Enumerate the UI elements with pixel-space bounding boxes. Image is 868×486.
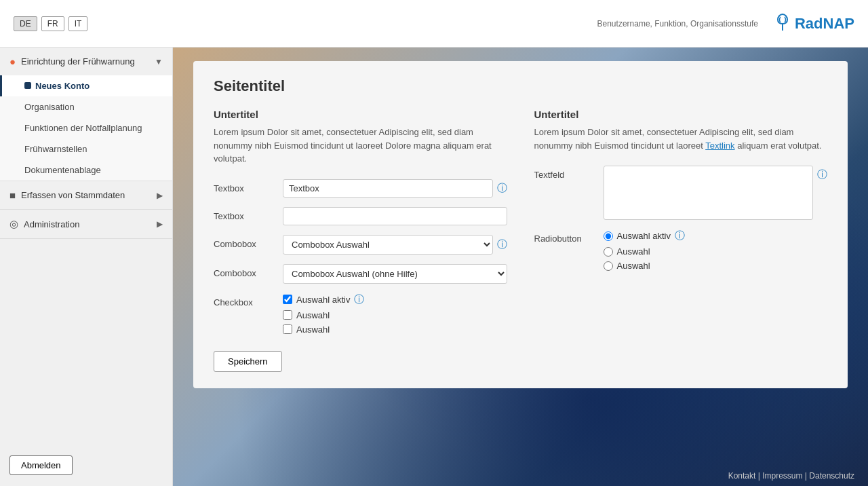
- right-subtitle: Untertitel: [534, 109, 828, 120]
- chevron-right-icon: ▶: [157, 191, 163, 200]
- checkbox-label-1: Auswahl aktiv: [296, 295, 350, 305]
- control-wrap-textfeld: ⓘ: [604, 166, 828, 220]
- logo-waves-icon: [772, 12, 793, 35]
- control-wrap-radiobutton: Auswahl aktiv ⓘ Auswahl Auswahl: [604, 229, 828, 271]
- sidebar-section-erfassen-header[interactable]: ■ Erfassen von Stammdaten ▶: [0, 181, 172, 209]
- label-combobox1: Combobox: [214, 235, 275, 249]
- footer-datenschutz-link[interactable]: Datenschutz: [809, 471, 854, 481]
- form-row-textfeld: Textfeld ⓘ: [534, 166, 828, 220]
- label-textbox1: Textbox: [214, 179, 275, 193]
- right-column: Untertitel Lorem ipsum Dolor sit amet, c…: [534, 109, 828, 372]
- header-right: Benutzername, Funktion, Organisationsstu…: [597, 12, 854, 35]
- radio-auswahl-3[interactable]: [604, 261, 613, 271]
- checkbox-group: Auswahl aktiv ⓘ Auswahl Auswahl: [283, 293, 364, 335]
- right-desc-link[interactable]: Textlink: [705, 141, 734, 151]
- radio-label-1: Auswahl aktiv: [617, 231, 671, 241]
- sidebar-item-dokumentenablage[interactable]: Dokumentenablage: [0, 160, 172, 181]
- left-column: Untertitel Lorem ipsum Dolor sit amet, c…: [214, 109, 507, 372]
- location-icon: ●: [9, 56, 16, 67]
- sidebar-item-funktionen[interactable]: Funktionen der Notfallplanung: [0, 117, 172, 138]
- control-wrap-combobox2: Combobox Auswahl (ohne Hilfe) Option 1 O…: [283, 264, 507, 284]
- info-icon-radio[interactable]: ⓘ: [675, 229, 685, 242]
- radio-group: Auswahl aktiv ⓘ Auswahl Auswahl: [604, 229, 685, 271]
- control-wrap-textbox2: [283, 207, 507, 225]
- sidebar-section-erfassen-label: Erfassen von Stammdaten: [21, 190, 125, 200]
- form-row-radiobutton: Radiobutton Auswahl aktiv ⓘ A: [534, 229, 828, 271]
- info-icon-combobox1[interactable]: ⓘ: [497, 238, 507, 251]
- footer-kontakt-link[interactable]: Kontakt: [728, 471, 756, 481]
- sidebar: ● Einrichtung der Frühwarnung ▼ Neues Ko…: [0, 48, 173, 486]
- right-description: Lorem ipsum Dolor sit amet, consectetuer…: [534, 126, 828, 152]
- sidebar-item-fruehwarnstellen[interactable]: Frühwarnstellen: [0, 138, 172, 160]
- sidebar-section-einrichtung-header[interactable]: ● Einrichtung der Frühwarnung ▼: [0, 48, 172, 75]
- sidebar-item-organisation[interactable]: Organisation: [0, 96, 172, 117]
- lang-de-button[interactable]: DE: [14, 16, 37, 31]
- save-button[interactable]: Speichern: [214, 351, 282, 372]
- lang-it-button[interactable]: IT: [68, 16, 88, 31]
- sidebar-section-einrichtung: ● Einrichtung der Frühwarnung ▼ Neues Ko…: [0, 48, 172, 181]
- select-combobox2[interactable]: Combobox Auswahl (ohne Hilfe) Option 1 O…: [283, 264, 507, 284]
- chevron-down-icon: ▼: [155, 57, 163, 67]
- right-desc-text2: aliquam erat volutpat.: [735, 141, 822, 151]
- lang-buttons: DE FR IT: [14, 16, 87, 31]
- footer-impressum-link[interactable]: Impressum: [762, 471, 802, 481]
- control-wrap-checkbox: Auswahl aktiv ⓘ Auswahl Auswahl: [283, 293, 507, 335]
- info-icon-textbox1[interactable]: ⓘ: [497, 182, 507, 195]
- footer: Kontakt | Impressum | Datenschutz: [715, 466, 868, 486]
- label-checkbox: Checkbox: [214, 293, 275, 307]
- radio-label-2: Auswahl: [617, 246, 650, 257]
- logo-text: RadNAP: [795, 15, 854, 33]
- checkbox-auswahl-3[interactable]: [283, 324, 292, 334]
- label-combobox2: Combobox: [214, 264, 275, 278]
- radio-auswahl-2[interactable]: [604, 247, 613, 257]
- control-wrap-combobox1: Combobox Auswahl Option 1 Option 2 ⓘ: [283, 235, 507, 255]
- sidebar-footer: Abmelden: [0, 445, 172, 486]
- sidebar-section-administration-label: Administration: [24, 219, 79, 229]
- checkbox-label-3: Auswahl: [296, 324, 330, 335]
- textarea-textfeld[interactable]: [604, 166, 814, 220]
- form-row-checkbox: Checkbox Auswahl aktiv ⓘ Ausw: [214, 293, 507, 335]
- page-title: Seitentitel: [214, 77, 827, 95]
- two-column-layout: Untertitel Lorem ipsum Dolor sit amet, c…: [214, 109, 827, 372]
- checkbox-auswahl-aktiv[interactable]: [283, 295, 292, 304]
- form-row-combobox2: Combobox Combobox Auswahl (ohne Hilfe) O…: [214, 264, 507, 284]
- logo: RadNAP: [772, 12, 854, 35]
- info-icon-textfeld[interactable]: ⓘ: [817, 168, 827, 181]
- checkbox-auswahl-2[interactable]: [283, 310, 292, 320]
- logo-prefix: Rad: [795, 15, 823, 32]
- sidebar-items-einrichtung: Neues Konto Organisation Funktionen der …: [0, 75, 172, 181]
- checkbox-row-1: Auswahl aktiv ⓘ: [283, 293, 364, 306]
- control-wrap-textbox1: ⓘ: [283, 179, 507, 198]
- radio-auswahl-aktiv[interactable]: [604, 231, 613, 241]
- logout-button[interactable]: Abmelden: [9, 455, 73, 475]
- admin-icon: ◎: [9, 218, 18, 230]
- label-textbox2: Textbox: [214, 207, 275, 221]
- left-description: Lorem ipsum Dolor sit amet, consectetuer…: [214, 126, 507, 166]
- main-content: Seitentitel Untertitel Lorem ipsum Dolor…: [173, 48, 868, 486]
- info-icon-checkbox[interactable]: ⓘ: [354, 293, 364, 306]
- sidebar-section-erfassen: ■ Erfassen von Stammdaten ▶: [0, 181, 172, 210]
- radio-row-2: Auswahl: [604, 246, 685, 257]
- sidebar-section-administration-header[interactable]: ◎ Administration ▶: [0, 210, 172, 238]
- logo-suffix: NAP: [823, 15, 854, 32]
- header: DE FR IT Benutzername, Funktion, Organis…: [0, 0, 868, 48]
- form-row-combobox1: Combobox Combobox Auswahl Option 1 Optio…: [214, 235, 507, 255]
- content-panel: Seitentitel Untertitel Lorem ipsum Dolor…: [193, 61, 848, 388]
- form-row-textbox1: Textbox ⓘ: [214, 179, 507, 198]
- layout: ● Einrichtung der Frühwarnung ▼ Neues Ko…: [0, 48, 868, 486]
- sidebar-section-einrichtung-label: Einrichtung der Frühwarnung: [21, 56, 135, 67]
- form-row-textbox2: Textbox: [214, 207, 507, 225]
- lang-fr-button[interactable]: FR: [41, 16, 64, 31]
- input-textbox1[interactable]: [283, 179, 493, 198]
- user-info: Benutzername, Funktion, Organisationsstu…: [597, 19, 758, 29]
- database-icon: ■: [9, 189, 16, 201]
- sidebar-section-administration: ◎ Administration ▶: [0, 210, 172, 239]
- select-combobox1[interactable]: Combobox Auswahl Option 1 Option 2: [283, 235, 493, 255]
- sidebar-nav: ● Einrichtung der Frühwarnung ▼ Neues Ko…: [0, 48, 172, 445]
- label-textfeld: Textfeld: [534, 166, 595, 180]
- input-textbox2[interactable]: [283, 207, 507, 225]
- active-indicator: [24, 82, 31, 89]
- label-radiobutton: Radiobutton: [534, 229, 595, 244]
- chevron-right-icon-2: ▶: [157, 219, 163, 229]
- sidebar-item-neues-konto[interactable]: Neues Konto: [0, 75, 172, 96]
